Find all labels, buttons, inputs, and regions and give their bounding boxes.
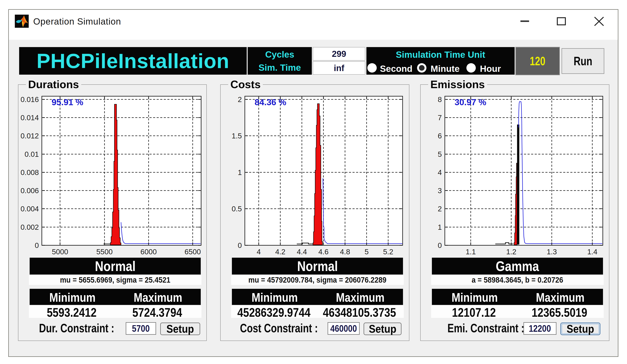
svg-text:4.8: 4.8 — [340, 248, 350, 256]
svg-text:84.36 %: 84.36 % — [255, 97, 286, 107]
svg-text:95.91 %: 95.91 % — [52, 97, 83, 107]
svg-text:0.002: 0.002 — [20, 223, 39, 231]
svg-text:1.1: 1.1 — [466, 248, 476, 256]
svg-text:6: 6 — [438, 132, 442, 140]
svg-text:0.008: 0.008 — [20, 168, 39, 177]
svg-text:1.3: 1.3 — [547, 248, 557, 256]
svg-text:5.2: 5.2 — [383, 248, 393, 256]
svg-text:5: 5 — [438, 150, 442, 158]
svg-text:1: 1 — [438, 223, 442, 231]
svg-text:5000: 5000 — [52, 248, 68, 256]
svg-text:6000: 6000 — [141, 248, 157, 256]
svg-text:4.6: 4.6 — [318, 248, 328, 256]
svg-text:1.5: 1.5 — [232, 132, 242, 140]
svg-text:0.5: 0.5 — [232, 205, 242, 213]
svg-text:0.014: 0.014 — [20, 114, 39, 122]
svg-text:0.012: 0.012 — [20, 132, 39, 140]
svg-text:0: 0 — [35, 241, 39, 249]
svg-text:0.016: 0.016 — [20, 95, 39, 103]
svg-text:3: 3 — [438, 186, 442, 195]
svg-text:4.2: 4.2 — [275, 248, 285, 256]
svg-text:2: 2 — [238, 95, 242, 103]
svg-text:0.01: 0.01 — [25, 150, 39, 158]
svg-text:1.4: 1.4 — [587, 248, 597, 256]
svg-text:4: 4 — [438, 168, 442, 177]
svg-text:30.97 %: 30.97 % — [455, 97, 486, 107]
svg-text:1: 1 — [238, 168, 242, 177]
svg-text:5500: 5500 — [97, 248, 113, 256]
svg-text:1.2: 1.2 — [506, 248, 516, 256]
svg-text:7: 7 — [438, 114, 442, 122]
svg-text:8: 8 — [438, 95, 442, 103]
svg-text:4: 4 — [257, 248, 261, 256]
svg-text:2: 2 — [438, 205, 442, 213]
svg-text:0.006: 0.006 — [20, 186, 39, 195]
svg-text:5: 5 — [365, 248, 369, 256]
svg-text:0: 0 — [438, 241, 442, 249]
svg-text:0: 0 — [238, 241, 242, 249]
svg-text:6500: 6500 — [185, 248, 201, 256]
svg-text:4.4: 4.4 — [297, 248, 307, 256]
svg-text:0.004: 0.004 — [20, 205, 39, 213]
